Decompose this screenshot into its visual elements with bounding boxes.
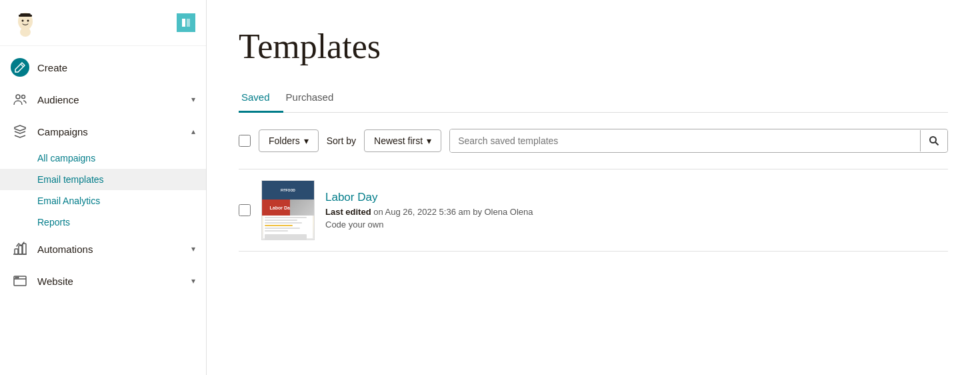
sort-value: Newest first [374,135,423,146]
svg-line-20 [935,142,939,145]
folders-chevron-icon: ▾ [304,135,309,146]
template-thumbnail: FITFOOD Labor Day SALE [261,180,315,240]
sidebar-subitem-reports[interactable]: Reports [0,212,206,233]
tabs-bar: Saved Purchased [239,85,948,113]
sidebar-item-campaigns-label: Campaigns [37,126,183,137]
template-info: Labor Day Last edited on Aug 26, 2022 5:… [325,191,948,230]
folders-button[interactable]: Folders ▾ [259,129,319,152]
last-edited-value: on Aug 26, 2022 5:36 am by Olena Olena [373,207,533,217]
email-analytics-label: Email Analytics [37,196,100,206]
tab-purchased[interactable]: Purchased [283,85,347,113]
main-content-area: Templates Saved Purchased Folders ▾ Sort… [207,0,980,375]
sidebar-item-website-label: Website [37,276,183,287]
sidebar-item-audience-label: Audience [37,94,183,105]
template-type: Code your own [325,220,948,230]
create-icon [11,58,29,77]
table-row: FITFOOD Labor Day SALE [239,169,948,252]
svg-point-18 [17,277,19,278]
sidebar-item-automations-label: Automations [37,244,183,255]
website-icon [11,272,29,290]
svg-point-6 [27,20,29,22]
page-title: Templates [239,27,948,66]
svg-point-11 [16,95,20,99]
automations-chevron: ▾ [191,244,195,254]
sidebar: Create Audience ▾ [0,0,207,375]
audience-chevron: ▾ [191,95,195,104]
main-content: Templates Saved Purchased Folders ▾ Sort… [207,0,980,268]
sidebar-subitem-email-analytics[interactable]: Email Analytics [0,190,206,212]
folders-label: Folders [269,135,300,146]
template-checkbox[interactable] [239,204,251,216]
template-name[interactable]: Labor Day [325,191,948,204]
email-templates-label: Email templates [37,174,104,185]
campaigns-icon [11,122,29,141]
template-list: FITFOOD Labor Day SALE [239,169,948,252]
sidebar-navigation: Create Audience ▾ [0,46,206,375]
sort-chevron-icon: ▾ [427,135,431,146]
svg-rect-15 [23,244,26,254]
svg-point-12 [22,95,25,99]
svg-rect-8 [182,19,185,27]
sidebar-subitem-email-templates[interactable]: Email templates [0,169,206,190]
sidebar-item-create-label: Create [37,62,195,73]
svg-point-19 [930,137,936,143]
toolbar: Folders ▾ Sort by Newest first ▾ [239,129,948,153]
sort-by-label: Sort by [327,135,356,146]
sidebar-item-create[interactable]: Create [0,51,206,83]
search-icon [929,135,939,146]
svg-rect-14 [19,246,22,254]
sidebar-item-campaigns[interactable]: Campaigns ▴ [0,115,206,147]
svg-rect-4 [19,15,32,17]
template-meta: Last edited on Aug 26, 2022 5:36 am by O… [325,207,948,217]
campaigns-chevron: ▴ [191,127,195,136]
collapse-sidebar-button[interactable] [177,13,195,32]
sidebar-item-automations[interactable]: Automations ▾ [0,233,206,265]
sort-dropdown-button[interactable]: Newest first ▾ [364,129,441,152]
svg-rect-13 [15,249,18,254]
audience-icon [11,90,29,109]
tab-saved[interactable]: Saved [239,85,283,113]
automations-icon [11,240,29,258]
svg-point-17 [15,277,17,278]
sidebar-subitem-all-campaigns[interactable]: All campaigns [0,147,206,169]
svg-line-10 [21,64,23,67]
reports-label: Reports [37,217,70,228]
search-input[interactable] [450,129,920,152]
sidebar-item-website[interactable]: Website ▾ [0,265,206,297]
svg-point-7 [20,27,31,37]
select-all-checkbox-wrap[interactable] [239,135,251,147]
search-wrap [449,129,948,153]
select-all-checkbox[interactable] [239,135,251,147]
sidebar-item-audience[interactable]: Audience ▾ [0,83,206,115]
mailchimp-logo [11,8,40,37]
svg-rect-9 [187,19,190,27]
template-checkbox-wrap[interactable] [239,204,251,216]
sidebar-top [0,0,206,46]
all-campaigns-label: All campaigns [37,153,95,163]
last-edited-label: Last edited [325,207,371,217]
svg-point-5 [22,20,24,22]
website-chevron: ▾ [191,276,195,286]
search-button[interactable] [920,130,947,151]
